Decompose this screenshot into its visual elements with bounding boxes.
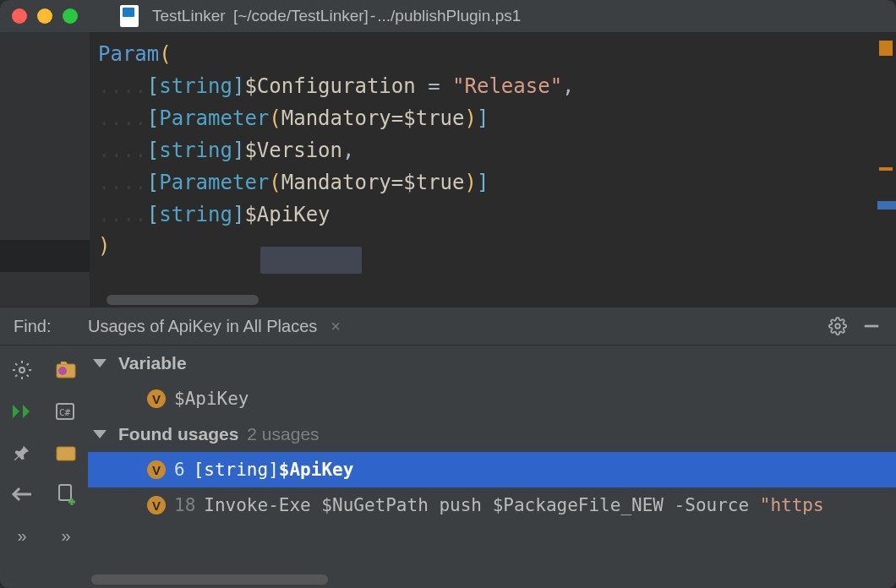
code-bracket: ] bbox=[477, 171, 489, 194]
code-paren: ) bbox=[98, 234, 110, 258]
code-bracket: [ bbox=[147, 171, 159, 194]
title-path: [~/code/TestLinker] bbox=[233, 7, 369, 25]
find-tool-header: Find: Usages of ApiKey in All Places × bbox=[0, 307, 896, 346]
code-type: string bbox=[159, 203, 232, 226]
code-paren: ) bbox=[465, 171, 477, 194]
window-controls bbox=[12, 8, 78, 24]
code-paren: ( bbox=[269, 106, 281, 130]
find-toolbar-left: » bbox=[0, 346, 44, 588]
editor[interactable]: Param( ....[string]$Configuration = "Rel… bbox=[0, 32, 896, 307]
code-comma: , bbox=[562, 74, 574, 98]
code-op: = bbox=[416, 74, 452, 98]
code-type: string bbox=[159, 139, 232, 162]
svg-rect-8 bbox=[57, 447, 75, 460]
minimize-window-button[interactable] bbox=[37, 8, 52, 24]
result-line-number: 6 bbox=[174, 460, 185, 480]
code-type: Parameter bbox=[159, 106, 269, 130]
back-icon[interactable] bbox=[11, 483, 33, 505]
code-variable: $true bbox=[403, 171, 464, 194]
code-variable: $Configuration bbox=[244, 74, 415, 98]
title-project: TestLinker bbox=[152, 7, 226, 25]
code-string: "Release" bbox=[452, 74, 562, 98]
code-variable: $Version bbox=[244, 139, 342, 162]
filetype-icon[interactable]: C# bbox=[55, 400, 77, 422]
svg-point-5 bbox=[58, 367, 67, 375]
variable-icon: V bbox=[147, 496, 166, 514]
variable-icon: V bbox=[147, 389, 166, 408]
close-tab-button[interactable]: × bbox=[331, 317, 341, 336]
code-ident: Mandatory= bbox=[281, 171, 404, 194]
find-toolbar-right: C# » bbox=[44, 346, 88, 588]
code-bracket: [ bbox=[147, 203, 159, 226]
code-comma: , bbox=[342, 139, 354, 162]
pin-icon[interactable] bbox=[11, 442, 33, 464]
results-group-variable[interactable]: Variable bbox=[88, 346, 896, 381]
code-variable: $true bbox=[403, 106, 464, 130]
find-description: Usages of ApiKey in All Places bbox=[88, 317, 317, 336]
code-paren: ( bbox=[269, 171, 281, 194]
window-title: TestLinker [~/code/TestLinker] - .../pub… bbox=[152, 7, 521, 25]
editor-marker[interactable] bbox=[879, 167, 893, 171]
group-heading: Found usages bbox=[118, 424, 238, 444]
more-icon[interactable]: » bbox=[11, 525, 33, 547]
find-results-tree[interactable]: Variable V $ApiKey Found usages 2 usages… bbox=[88, 346, 896, 588]
code-type: string bbox=[159, 74, 232, 98]
result-text: Invoke-Exe $NuGetPath push $PackageFile_… bbox=[204, 495, 823, 515]
code-whitespace: .... bbox=[98, 139, 147, 162]
find-label: Find: bbox=[0, 317, 85, 336]
group-count: 2 usages bbox=[247, 424, 319, 444]
svg-point-2 bbox=[19, 368, 25, 373]
code-bracket: ] bbox=[232, 139, 244, 162]
flat-icon[interactable] bbox=[55, 442, 77, 464]
code-paren: ( bbox=[159, 42, 171, 66]
find-tool-body: » C# » Variable V $ApiKey Found usages 2… bbox=[0, 346, 896, 588]
settings-icon[interactable] bbox=[828, 317, 847, 335]
code-whitespace: .... bbox=[98, 171, 147, 194]
more-icon[interactable]: » bbox=[55, 525, 77, 547]
result-text: [string]$ApiKey bbox=[194, 460, 354, 480]
editor-marker[interactable] bbox=[877, 201, 896, 210]
result-line-number: 18 bbox=[174, 495, 195, 515]
editor-markers-strip[interactable] bbox=[877, 32, 896, 307]
hide-tool-window-button[interactable] bbox=[862, 317, 881, 335]
svg-rect-9 bbox=[59, 485, 71, 500]
editor-selection bbox=[260, 247, 362, 274]
code-paren: ) bbox=[465, 106, 477, 130]
code-bracket: ] bbox=[232, 203, 244, 226]
file-type-icon bbox=[120, 5, 139, 27]
code-whitespace: .... bbox=[98, 203, 147, 226]
maximize-window-button[interactable] bbox=[63, 8, 78, 24]
code-bracket: [ bbox=[147, 74, 159, 98]
code-whitespace: .... bbox=[98, 106, 147, 130]
close-window-button[interactable] bbox=[12, 8, 27, 24]
group-heading: Variable bbox=[118, 353, 187, 373]
code-whitespace: .... bbox=[98, 74, 147, 98]
code-bracket: [ bbox=[147, 139, 159, 162]
code-keyword: Param bbox=[98, 42, 159, 66]
expand-icon[interactable] bbox=[93, 430, 107, 438]
code-bracket: ] bbox=[232, 74, 244, 98]
titlebar: TestLinker [~/code/TestLinker] - .../pub… bbox=[0, 0, 896, 32]
editor-content[interactable]: Param( ....[string]$Configuration = "Rel… bbox=[90, 32, 896, 307]
code-type: Parameter bbox=[159, 171, 269, 194]
result-text: $ApiKey bbox=[174, 389, 249, 409]
expand-icon[interactable] bbox=[93, 359, 107, 368]
svg-text:C#: C# bbox=[59, 407, 71, 418]
code-ident: Mandatory= bbox=[281, 106, 404, 130]
results-item[interactable]: V $ApiKey bbox=[88, 381, 896, 416]
settings-icon[interactable] bbox=[11, 359, 33, 381]
results-item[interactable]: V 18 Invoke-Exe $NuGetPath push $Package… bbox=[88, 487, 896, 523]
code-bracket: ] bbox=[477, 106, 489, 130]
new-scope-icon[interactable] bbox=[55, 483, 77, 505]
svg-point-0 bbox=[835, 324, 840, 329]
editor-horizontal-scrollbar[interactable] bbox=[107, 295, 259, 305]
rerun-icon[interactable] bbox=[11, 400, 33, 422]
results-group-usages[interactable]: Found usages 2 usages bbox=[88, 416, 896, 452]
editor-analysis-icon[interactable] bbox=[879, 41, 893, 56]
results-item-selected[interactable]: V 6 [string]$ApiKey bbox=[88, 452, 896, 487]
variable-icon: V bbox=[147, 460, 166, 479]
results-horizontal-scrollbar[interactable] bbox=[91, 574, 328, 585]
scope-icon[interactable] bbox=[55, 359, 77, 381]
code-bracket: [ bbox=[147, 106, 159, 130]
code-variable: $ApiKey bbox=[244, 203, 330, 226]
